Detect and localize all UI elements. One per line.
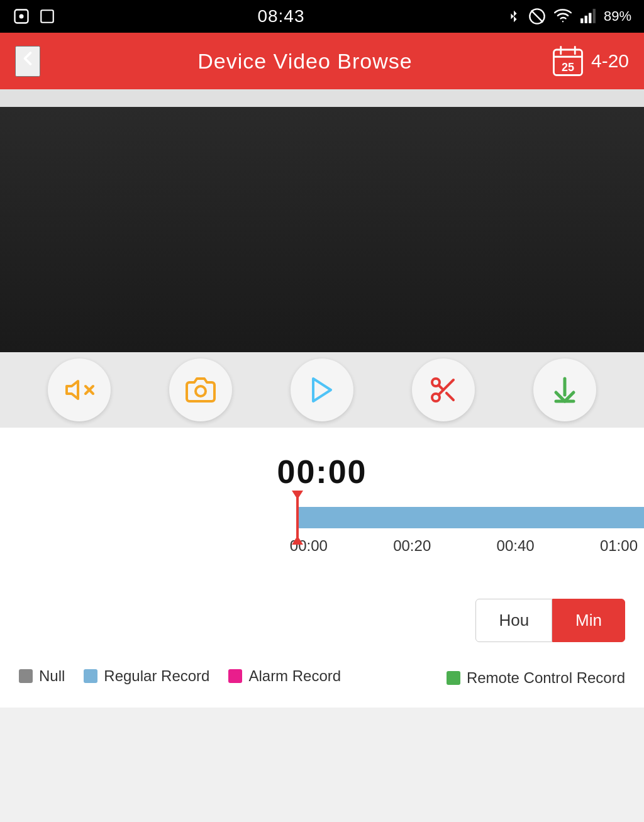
legend-color-null: [19, 669, 33, 683]
battery-level: 89%: [604, 8, 631, 25]
legend-remote: Remote Control Record: [447, 667, 625, 689]
legend-regular: Regular Record: [84, 667, 209, 685]
timeline-label-2: 00:40: [497, 537, 535, 555]
svg-point-1: [19, 14, 24, 19]
signal-icon: [580, 8, 596, 25]
svg-rect-8: [593, 9, 596, 23]
legend-alarm: Alarm Record: [228, 667, 341, 685]
legend-color-remote: [447, 671, 460, 685]
timeline-filled-regular: [296, 507, 644, 528]
legend-label-regular: Regular Record: [104, 667, 209, 685]
calendar-icon[interactable]: 25: [551, 44, 585, 78]
legend-label-alarm: Alarm Record: [248, 667, 341, 685]
bluetooth-icon: [507, 8, 521, 25]
header-date: 25 4-20: [551, 44, 629, 78]
android-icon: [13, 8, 30, 25]
timeline-chart[interactable]: 00:00 00:20 00:40 01:00: [0, 502, 644, 561]
download-button[interactable]: [533, 358, 596, 421]
header-title: Device Video Browse: [59, 49, 551, 74]
nosignal-icon: [528, 8, 546, 25]
scissors-icon: [428, 375, 458, 405]
status-time: 08:43: [257, 6, 304, 26]
svg-line-22: [447, 393, 453, 400]
timeline-labels: 00:00 00:20 00:40 01:00: [0, 533, 644, 555]
hou-button[interactable]: Hou: [475, 599, 552, 642]
back-button[interactable]: [15, 46, 40, 77]
play-button[interactable]: [291, 358, 353, 421]
camera-icon: [186, 375, 216, 405]
play-icon: [307, 375, 337, 405]
svg-text:25: 25: [562, 61, 574, 74]
timeline-bar-container[interactable]: [0, 502, 644, 533]
gray-strip: [0, 89, 644, 107]
legend-color-regular: [84, 669, 97, 683]
svg-marker-18: [313, 379, 331, 401]
legend-null: Null: [19, 667, 65, 685]
status-left: [13, 8, 55, 25]
current-time-display: 00:00: [277, 453, 367, 491]
svg-marker-14: [67, 381, 78, 399]
legend-label-null: Null: [39, 667, 65, 685]
app-header: Device Video Browse 25 4-20: [0, 33, 644, 89]
min-button[interactable]: Min: [552, 599, 625, 642]
timeline-label-3: 01:00: [600, 537, 638, 555]
svg-rect-2: [41, 10, 53, 23]
screenshot-button[interactable]: [169, 358, 232, 421]
controls-bar: [0, 352, 644, 428]
clip-button[interactable]: [412, 358, 475, 421]
timeline-needle: [296, 496, 299, 540]
legend-label-remote: Remote Control Record: [467, 667, 625, 689]
video-player: [0, 107, 644, 352]
legend-area: Null Regular Record Alarm Record Remote …: [0, 655, 644, 708]
download-icon: [550, 375, 580, 405]
legend-color-alarm: [228, 669, 242, 683]
mute-icon: [64, 375, 94, 405]
svg-rect-5: [580, 18, 583, 23]
mute-button[interactable]: [48, 358, 111, 421]
svg-line-4: [531, 11, 543, 23]
square-icon: [39, 8, 55, 25]
svg-rect-6: [585, 16, 587, 23]
time-toggle-area: Hou Min: [0, 580, 644, 655]
svg-line-23: [438, 385, 443, 390]
wifi-icon: [553, 8, 572, 25]
header-date-text: 4-20: [591, 50, 629, 72]
timeline-area: 00:00 00:00 00:20 00:40 01:00: [0, 428, 644, 580]
svg-point-17: [196, 386, 206, 396]
timeline-label-1: 00:20: [393, 537, 431, 555]
status-right: 89%: [507, 8, 631, 25]
status-bar: 08:43 89%: [0, 0, 644, 33]
svg-rect-7: [589, 13, 591, 23]
